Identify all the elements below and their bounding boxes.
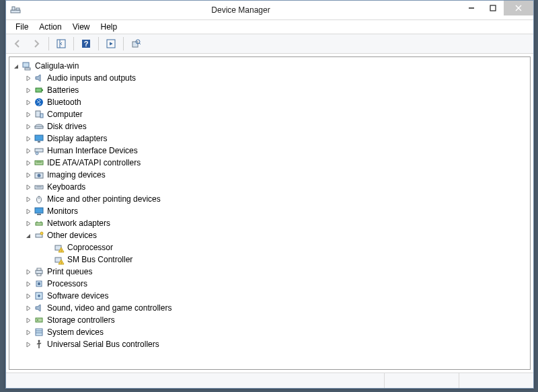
menu-file[interactable]: File [10, 21, 34, 33]
tree-item-label: Network adapters [47, 219, 110, 228]
tree-category[interactable]: Universal Serial Bus controllers [9, 338, 530, 350]
expander-icon[interactable] [24, 195, 32, 203]
expander-icon[interactable] [24, 171, 32, 179]
tree-category[interactable]: Audio inputs and outputs [9, 72, 530, 84]
expander-icon[interactable] [24, 231, 32, 239]
tree-category[interactable]: Batteries [9, 84, 530, 96]
expander-icon[interactable] [24, 304, 32, 312]
tree-item-label: Software devices [47, 291, 108, 301]
svg-rect-16 [25, 68, 30, 70]
minimize-button[interactable] [461, 1, 482, 15]
svg-text:?: ? [84, 40, 89, 48]
show-hide-tree-button[interactable] [52, 35, 70, 52]
tree-category[interactable]: Sound, video and game controllers [9, 302, 530, 314]
bluetooth-icon [34, 97, 44, 108]
tree-device-warning[interactable]: !SM Bus Controller [9, 253, 530, 266]
menu-action[interactable]: Action [34, 21, 67, 33]
tree-category[interactable]: Other devices [9, 229, 530, 241]
tree-category[interactable]: Monitors [9, 205, 530, 217]
device-tree-pane[interactable]: Caligula-winAudio inputs and outputsBatt… [9, 56, 531, 370]
menu-help[interactable]: Help [95, 21, 123, 33]
expander-icon[interactable] [24, 86, 32, 94]
camera-icon [34, 169, 44, 180]
tree-category[interactable]: Computer [9, 108, 530, 120]
mouse-icon [34, 194, 44, 204]
expander-icon[interactable] [24, 183, 32, 191]
back-button[interactable] [9, 35, 26, 52]
tree-category[interactable]: Software devices [9, 290, 530, 302]
tree-category[interactable]: Display adapters [9, 132, 530, 145]
statusbar [6, 373, 533, 388]
storage-icon [34, 315, 44, 325]
svg-rect-21 [36, 111, 40, 117]
forward-button[interactable] [28, 35, 45, 52]
tree-category[interactable]: Network adapters [9, 217, 530, 229]
tree-category[interactable]: IDE ATA/ATAPI controllers [9, 157, 530, 169]
expander-icon[interactable] [24, 219, 32, 227]
svg-point-28 [36, 152, 38, 155]
expander-icon[interactable] [24, 134, 32, 143]
tree-category[interactable]: Disk drives [9, 120, 530, 132]
svg-rect-37 [35, 208, 43, 213]
expander-icon[interactable] [24, 122, 32, 130]
svg-rect-19 [42, 89, 43, 91]
tree-category[interactable]: Storage controllers [9, 314, 530, 326]
tree-root-node[interactable]: Caligula-win [9, 60, 530, 72]
expander-icon[interactable] [24, 98, 32, 106]
expander-icon[interactable] [24, 280, 32, 288]
svg-marker-17 [36, 75, 40, 81]
expander-icon[interactable] [24, 207, 32, 215]
tree-category[interactable]: Keyboards [9, 181, 530, 193]
svg-rect-38 [37, 214, 41, 215]
expander-icon[interactable] [24, 316, 32, 324]
tree-category[interactable]: System devices [9, 326, 530, 338]
svg-rect-2 [16, 8, 20, 10]
tree-item-label: Imaging devices [47, 170, 106, 180]
expander-icon[interactable] [24, 74, 32, 82]
expander-icon[interactable] [24, 340, 32, 348]
scan-hardware-button[interactable] [102, 35, 120, 52]
device-manager-window: Device Manager File Action View Help [5, 0, 534, 389]
tree-category[interactable]: Processors [9, 278, 530, 290]
maximize-button[interactable] [482, 1, 504, 15]
tree-item-label: Storage controllers [47, 315, 115, 325]
tree-category[interactable]: Bluetooth [9, 96, 530, 108]
tree-item-label: Coprocessor [67, 243, 113, 252]
tree-item-label: Processors [47, 279, 87, 288]
svg-rect-27 [35, 149, 43, 152]
toolbar-separator [98, 37, 99, 50]
tree-category[interactable]: Human Interface Devices [9, 145, 530, 157]
tree-item-label: SM Bus Controller [67, 255, 132, 264]
help-button[interactable]: ? [77, 35, 95, 52]
svg-line-14 [139, 43, 141, 44]
tree-category[interactable]: Print queues [9, 266, 530, 278]
svg-rect-50 [36, 270, 42, 274]
close-button[interactable] [504, 1, 533, 15]
pc-icon [34, 109, 44, 120]
monitor-icon [34, 206, 44, 217]
status-cell [6, 373, 384, 388]
menu-view[interactable]: View [67, 21, 95, 33]
expander-icon[interactable] [12, 62, 20, 70]
expander-icon[interactable] [24, 292, 32, 300]
computer-icon [22, 61, 32, 71]
expander-icon[interactable] [24, 159, 32, 167]
tree-category[interactable]: Imaging devices [9, 169, 530, 181]
tree-category[interactable]: Mice and other pointing devices [9, 193, 530, 205]
svg-marker-57 [36, 305, 40, 311]
svg-rect-4 [490, 5, 496, 11]
svg-rect-15 [23, 63, 29, 67]
other-icon [34, 230, 44, 241]
scan-changes-button[interactable] [127, 35, 145, 52]
svg-rect-29 [35, 161, 43, 165]
expander-icon[interactable] [24, 328, 32, 336]
expander-icon[interactable] [24, 268, 32, 276]
tree-device-warning[interactable]: !Coprocessor [9, 241, 530, 253]
usb-icon [34, 339, 44, 350]
expander-icon[interactable] [24, 147, 32, 155]
keyboard-icon [34, 182, 44, 192]
svg-point-63 [38, 340, 40, 342]
expander-icon[interactable] [24, 110, 32, 118]
svg-point-43 [40, 232, 43, 235]
svg-rect-7 [57, 40, 65, 48]
